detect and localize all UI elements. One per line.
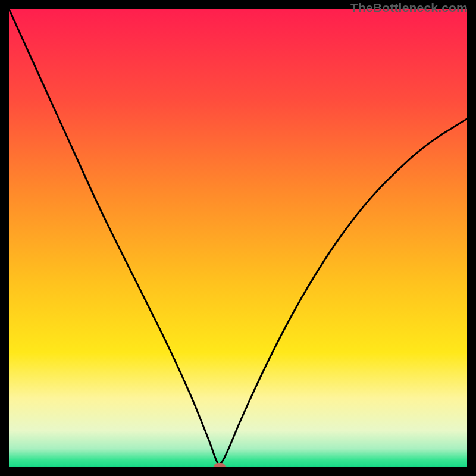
chart-stage: TheBottleneck.com [0, 0, 476, 476]
bottleneck-curve [9, 9, 467, 467]
watermark-text: TheBottleneck.com [350, 1, 468, 15]
optimal-point-marker [214, 463, 226, 467]
plot-area [9, 9, 467, 467]
